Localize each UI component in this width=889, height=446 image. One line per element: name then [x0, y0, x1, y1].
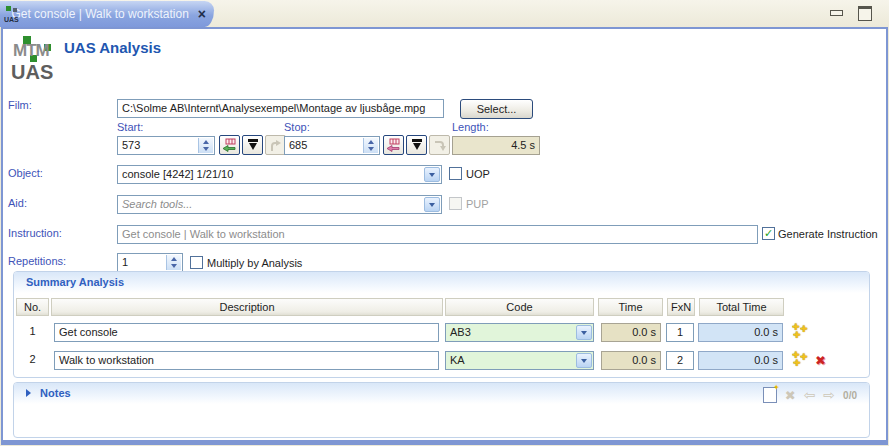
repetitions-spinner[interactable]: 1	[117, 253, 183, 272]
row-number: 1	[16, 325, 49, 337]
expand-arrow-icon[interactable]	[26, 389, 31, 397]
logo-pixel	[13, 8, 17, 12]
summary-analysis-header: Summary Analysis	[14, 272, 869, 293]
tab-icon-text: UAS	[4, 16, 19, 23]
notes-title: Notes	[40, 387, 71, 399]
object-combo[interactable]: console [4242] 1/21/10	[117, 165, 442, 184]
instruction-label: Instruction:	[8, 227, 62, 239]
tab-title: Get console | Walk to workstation	[11, 7, 188, 21]
uop-checkbox[interactable]	[449, 167, 462, 180]
maximize-view-icon[interactable]	[858, 6, 872, 21]
repetitions-spinner-buttons[interactable]	[166, 255, 181, 270]
notes-panel: Notes ✦ ✖ ⇦ ⇨ 0/0	[13, 382, 870, 438]
select-film-button[interactable]: Select...	[460, 99, 533, 119]
object-value: console [4242] 1/21/10	[122, 168, 233, 180]
mtm-uas-logo: MTM UAS	[11, 35, 63, 85]
view-frame: MTM UAS UAS Analysis Film: C:\Solme AB\I…	[1, 27, 888, 445]
fxn-input[interactable]: 2	[666, 351, 694, 370]
notes-header[interactable]: Notes ✦ ✖ ⇦ ⇨ 0/0	[14, 383, 869, 404]
start-frame-value: 573	[122, 139, 140, 151]
column-header-fxn: FxN	[667, 298, 695, 316]
column-header-total-time: Total Time	[699, 298, 784, 316]
film-path-input[interactable]: C:\Solme AB\Internt\Analysexempel\Montag…	[117, 99, 444, 118]
chevron-down-icon	[429, 203, 435, 207]
plus-glyph: ✚	[800, 353, 808, 362]
generate-instruction-checkbox[interactable]: ✓	[762, 227, 775, 240]
object-dropdown-button[interactable]	[424, 167, 440, 182]
column-header-time: Time	[598, 298, 663, 316]
code-dropdown-button[interactable]	[576, 353, 592, 368]
spin-up-icon[interactable]	[167, 255, 181, 263]
add-rows-icon[interactable]: ✚ ✚ ✚	[792, 352, 809, 369]
spin-up-icon[interactable]	[364, 138, 378, 146]
film-label: Film:	[8, 99, 32, 111]
repetitions-value: 1	[122, 256, 128, 268]
page-title: UAS Analysis	[64, 39, 161, 56]
total-time-field: 0.0 s	[698, 323, 783, 342]
generate-instruction-label: Generate Instruction	[778, 228, 878, 240]
set-start-from-frame-button[interactable]	[219, 135, 240, 155]
plus-glyph: ✚	[793, 359, 801, 368]
summary-analysis-title: Summary Analysis	[26, 276, 124, 288]
description-input[interactable]: Walk to workstation	[54, 351, 439, 370]
chevron-down-icon	[581, 359, 587, 363]
new-note-icon[interactable]: ✦	[763, 387, 777, 403]
jump-stop-button-disabled	[429, 135, 450, 155]
column-header-no: No.	[16, 298, 49, 316]
chevron-down-icon	[429, 173, 435, 177]
bent-arrow-down-icon	[432, 138, 447, 153]
object-label: Object:	[8, 167, 43, 179]
aid-combo[interactable]: Search tools...	[117, 195, 442, 214]
spin-up-icon[interactable]	[199, 138, 213, 146]
spin-down-icon[interactable]	[199, 146, 213, 154]
length-label: Length:	[452, 121, 489, 133]
instruction-field[interactable]: Get console | Walk to workstation	[117, 225, 758, 244]
spin-down-icon[interactable]	[364, 146, 378, 154]
description-input[interactable]: Get console	[54, 323, 439, 342]
delete-row-icon[interactable]: ✖	[815, 354, 826, 367]
stop-label: Stop:	[284, 121, 310, 133]
set-stop-from-frame-button[interactable]	[383, 135, 404, 155]
bent-arrow-up-icon	[268, 138, 283, 153]
go-to-stop-marker-button[interactable]	[406, 135, 427, 155]
table-row: 2 Walk to workstation KA 0.0 s 2 0.0 s ✚…	[14, 348, 869, 375]
spin-down-icon[interactable]	[167, 263, 181, 271]
notes-toolbar: ✦ ✖ ⇦ ⇨ 0/0	[763, 387, 857, 403]
pup-checkbox-disabled	[449, 197, 462, 210]
summary-table-header: No. Description Code Time FxN Total Time	[14, 298, 869, 316]
add-rows-icon[interactable]: ✚ ✚ ✚	[792, 324, 809, 341]
stop-frame-spinner[interactable]: 685	[284, 136, 380, 155]
table-row: 1 Get console AB3 0.0 s 1 0.0 s ✚ ✚ ✚	[14, 320, 869, 347]
stop-frame-value: 685	[289, 139, 307, 151]
stop-spinner-buttons[interactable]	[363, 138, 378, 153]
column-header-code: Code	[445, 298, 594, 316]
frame-green-arrow-icon	[222, 138, 237, 153]
code-dropdown-button[interactable]	[576, 325, 592, 340]
uas-tab-icon: UAS	[4, 5, 6, 23]
code-combo[interactable]: AB3	[445, 323, 594, 342]
logo-mtm-text: MTM	[13, 41, 49, 61]
plus-glyph: ✚	[800, 325, 808, 334]
marker-triangle-icon	[410, 138, 424, 152]
tab-get-console-walk-to-workstation[interactable]: UAS Get console | Walk to workstation ×	[0, 1, 214, 27]
start-spinner-buttons[interactable]	[198, 138, 213, 153]
minimize-view-icon[interactable]	[830, 10, 843, 16]
time-field: 0.0 s	[601, 323, 661, 342]
aid-label: Aid:	[8, 197, 27, 209]
previous-note-icon-disabled: ⇦	[804, 389, 816, 402]
jump-start-button-disabled	[265, 135, 286, 155]
length-field: 4.5 s	[452, 136, 540, 155]
start-label: Start:	[117, 121, 143, 133]
code-combo[interactable]: KA	[445, 351, 594, 370]
start-frame-spinner[interactable]: 573	[117, 136, 215, 155]
fxn-input[interactable]: 1	[666, 323, 694, 342]
tab-close-icon[interactable]: ×	[198, 7, 206, 21]
aid-dropdown-button[interactable]	[424, 197, 440, 212]
next-note-icon-disabled: ⇨	[823, 389, 835, 402]
multiply-by-analysis-checkbox[interactable]	[190, 256, 203, 269]
check-icon: ✓	[764, 228, 773, 239]
go-to-start-marker-button[interactable]	[242, 135, 263, 155]
row-number: 2	[16, 353, 49, 365]
total-time-field: 0.0 s	[698, 351, 783, 370]
repetitions-label: Repetitions:	[8, 255, 66, 267]
